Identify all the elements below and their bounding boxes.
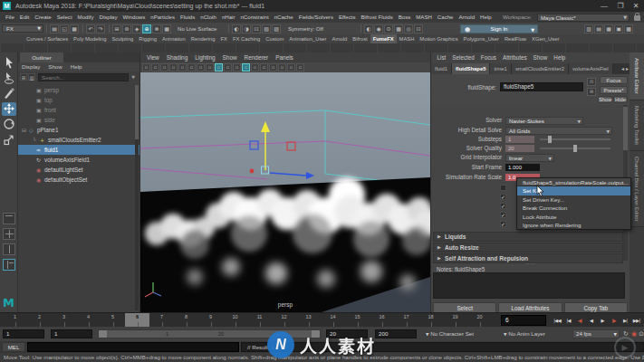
notes-area[interactable] xyxy=(433,272,625,299)
timeline-frame[interactable]: 1 xyxy=(3,313,27,328)
play-backwards-button[interactable]: ◀ xyxy=(586,315,598,326)
attribute-editor-menu-item[interactable]: Attributes xyxy=(499,52,530,63)
context-menu-item[interactable]: Set Key xyxy=(517,186,630,195)
list-mode-icon[interactable]: ▥ xyxy=(28,73,35,81)
viewport-toolbar-icon[interactable]: ▫ xyxy=(260,63,268,71)
no-live-surface-label[interactable]: No Live Surface xyxy=(178,23,216,34)
timeline-frame[interactable]: 19 xyxy=(443,313,467,328)
menu-item[interactable]: Display xyxy=(97,12,120,23)
command-language-toggle[interactable]: MEL xyxy=(2,342,25,352)
shelf-tab[interactable]: Sculpting xyxy=(110,34,137,43)
play-forwards-button[interactable]: ▶ xyxy=(597,315,609,326)
display-layer-icon[interactable]: ◐ xyxy=(364,24,373,33)
anim-layer-icon[interactable]: ◉ xyxy=(374,24,383,33)
viewport-scene[interactable]: persp xyxy=(140,72,430,312)
menu-item[interactable]: Create xyxy=(32,12,53,23)
filter-icon[interactable]: ⊞ xyxy=(20,73,27,81)
character-set-dropdown[interactable]: ▼ No Character Set xyxy=(426,327,474,342)
range-start-handle[interactable] xyxy=(99,330,107,338)
viewport-toolbar-icon[interactable]: ▫ xyxy=(215,63,223,71)
viewport-toolbar-icon[interactable]: ▫ xyxy=(151,63,159,71)
shelf-tab[interactable]: Animation xyxy=(159,34,188,43)
node-tab[interactable]: fluid1 xyxy=(431,63,452,74)
menu-item[interactable]: Windows xyxy=(120,12,149,23)
attribute-editor-toggle-icon[interactable]: ▦ xyxy=(604,24,613,33)
grid-interpolator-dropdown[interactable]: linear▼ xyxy=(505,154,554,162)
selection-mode-dropdown[interactable]: FX▼ xyxy=(2,24,43,33)
node-name-input[interactable]: fluidShape5 xyxy=(500,82,583,91)
attribute-editor-menu-item[interactable]: Selected xyxy=(449,52,478,63)
menu-item[interactable]: Bifrost Fluids xyxy=(358,12,395,23)
layout-four-pane-button[interactable] xyxy=(3,228,15,240)
quick-render-icon[interactable]: ⊡ xyxy=(252,24,261,33)
shelf-tab[interactable]: Polygons_User xyxy=(461,34,502,43)
solver-dropdown[interactable]: Navier-Stokes▼ xyxy=(505,117,583,125)
attribute-checkbox[interactable]: ✓ xyxy=(500,203,506,209)
scale-tool[interactable] xyxy=(2,133,16,147)
menu-item[interactable]: MASH xyxy=(413,12,435,23)
timeline-frame[interactable]: 3 xyxy=(52,313,76,328)
viewport-menu-item[interactable]: Show xyxy=(219,52,241,62)
anim-layer-dropdown[interactable]: ▼ No Anim Layer xyxy=(504,327,545,342)
pause-icon[interactable]: ⊡ xyxy=(414,24,423,33)
construction-history-icon[interactable]: ◐ xyxy=(232,24,241,33)
substeps-input[interactable]: 1 xyxy=(505,136,534,143)
open-render-view-icon[interactable]: ◑ xyxy=(242,24,251,33)
node-tab[interactable]: fluidShape5 xyxy=(452,63,490,74)
menu-item[interactable]: Help xyxy=(477,12,495,23)
make-live-icon[interactable]: ⊗ xyxy=(152,24,161,33)
maximize-button[interactable]: ❐ xyxy=(613,0,628,12)
context-menu-item[interactable]: Break Connection xyxy=(517,204,630,212)
menu-item[interactable]: Select xyxy=(54,12,75,23)
menu-item[interactable]: Fields/Solvers xyxy=(296,12,336,23)
layout-two-pane-side-button[interactable] xyxy=(3,243,15,255)
timeline-frame[interactable]: 20 xyxy=(467,313,492,328)
start-frame-input[interactable]: 1.000 xyxy=(505,164,540,171)
viewport-toolbar-icon[interactable]: ▫ xyxy=(296,63,304,71)
menu-item[interactable]: Effects xyxy=(336,12,359,23)
solver-quality-input[interactable]: 20 xyxy=(505,145,534,152)
minimize-button[interactable]: — xyxy=(597,0,611,12)
menu-item[interactable]: nCache xyxy=(272,12,296,23)
presets-button[interactable]: Presets* xyxy=(600,86,628,94)
hide-button[interactable]: Hide xyxy=(613,96,628,103)
menu-item[interactable]: Edit xyxy=(17,12,33,23)
symmetry-label[interactable]: Symmetry: Off xyxy=(288,23,323,34)
timeline-frame[interactable]: 8 xyxy=(174,313,198,328)
viewport-toolbar-icon[interactable]: ▫ xyxy=(142,63,150,71)
new-scene-icon[interactable]: ▤ xyxy=(50,24,59,33)
swatch-icon[interactable]: ⊡ xyxy=(587,78,596,86)
time-slider[interactable]: 1234567891011121314151617181920 6 |◀◀|◀◀… xyxy=(0,312,644,327)
outliner-item[interactable]: ▣front xyxy=(18,105,139,115)
high-detail-solve-dropdown[interactable]: All Grids▼ xyxy=(505,127,612,135)
timeline-frame[interactable]: 15 xyxy=(345,313,370,328)
outliner-item[interactable]: └+smallCloudsEmitter2 xyxy=(18,135,139,145)
swatch-icon[interactable]: ⊟ xyxy=(587,88,596,96)
fps-dropdown[interactable]: 24 fps▼ xyxy=(572,329,620,338)
sign-in-button[interactable]: ☻Sign In▼ xyxy=(460,24,538,33)
timeline-frame[interactable]: 11 xyxy=(247,313,272,328)
timeline-frame[interactable]: 12 xyxy=(272,313,296,328)
snap-curve-icon[interactable]: ⊚ xyxy=(122,24,131,33)
timeline-frame[interactable]: 6 xyxy=(125,313,149,328)
tab-scroll-arrows[interactable]: ◂ ▸ xyxy=(621,63,629,74)
shelf-tab[interactable]: Poly Modeling xyxy=(71,34,109,43)
viewport-toolbar-icon[interactable]: ▫ xyxy=(187,63,196,71)
snap-surface-icon[interactable]: ▦ xyxy=(162,24,171,33)
timeline-frame[interactable]: 10 xyxy=(223,313,247,328)
go-to-start-button[interactable]: |◀◀ xyxy=(552,315,563,326)
playback-start-input[interactable]: 1 xyxy=(51,329,92,338)
timeline-frame[interactable]: 16 xyxy=(370,313,394,328)
shelf-tab[interactable]: FumeFX xyxy=(370,34,397,43)
timeline-frame[interactable]: 2 xyxy=(27,313,52,328)
outliner-item[interactable]: ↻volumeAxisField1 xyxy=(18,155,139,165)
snap-point-icon[interactable]: ◈ xyxy=(132,24,141,33)
viewport-toolbar-icon[interactable]: ▫ xyxy=(169,63,178,71)
tool-settings-toggle-icon[interactable]: ▣ xyxy=(614,24,623,33)
shelf-tab[interactable]: Rendering xyxy=(188,34,218,43)
shelf-tab[interactable]: Rigging xyxy=(136,34,159,43)
menu-item[interactable]: nCloth xyxy=(197,12,219,23)
viewport-toolbar-icon[interactable]: ▫ xyxy=(278,63,286,71)
move-tool[interactable] xyxy=(2,102,16,116)
render-settings-icon[interactable]: ▨ xyxy=(272,24,281,33)
